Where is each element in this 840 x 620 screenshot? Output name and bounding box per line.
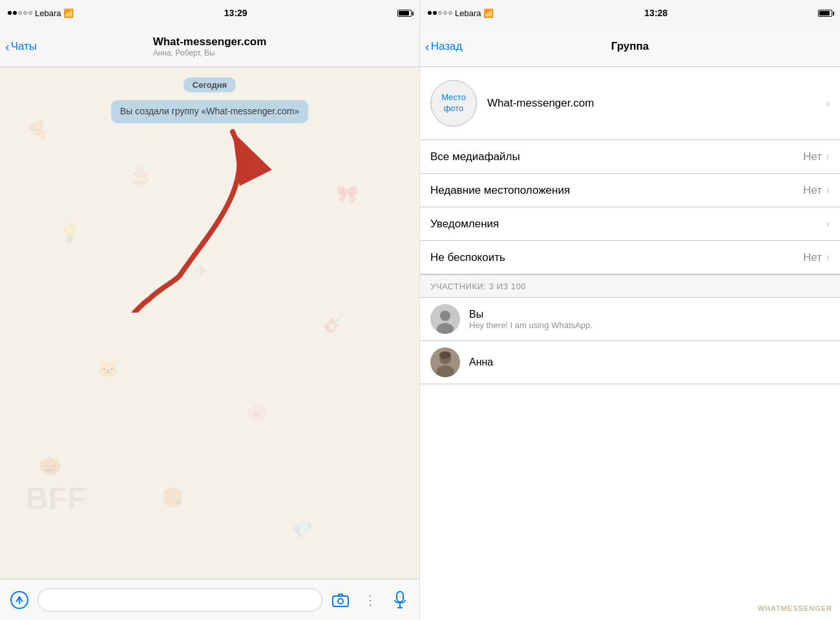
right-nav-title: Группа [611,40,649,53]
nav-title-left: What-messenger.com Анна, Роберт, Вы [153,36,267,57]
group-name: What-messenger.com [487,97,594,110]
deco6: 🎸 [323,313,346,334]
location-label: Недавние местоположения [430,184,570,197]
rdot5 [448,11,452,15]
group-name-row[interactable]: What-messenger.com › [487,97,830,110]
participant-you[interactable]: Вы Hey there! I am using WhatsApp. [420,298,840,341]
location-value-text: Нет [803,184,822,197]
user-avatar-icon [430,304,460,334]
deco7: 🐱 [97,358,120,379]
media-row[interactable]: Все медиафайлы Нет › [420,140,840,174]
chat-subtitle: Анна, Роберт, Вы [153,48,267,57]
left-nav-bar: ‹ Чаты What-messenger.com Анна, Роберт, … [0,26,419,67]
rdot4 [443,11,447,15]
dot5 [28,11,32,15]
signal-dots [8,11,32,15]
battery-left [397,10,412,17]
chevron-right-nav-icon: ‹ [425,40,430,53]
svg-rect-3 [333,596,348,606]
back-label-left[interactable]: Чаты [11,40,37,53]
deco8: 🌸 [246,403,268,424]
deco9: 🎃 [39,455,61,476]
right-nav-bar: ‹ Назад Группа [420,26,840,67]
svg-point-4 [338,599,343,604]
anna-avatar-icon [430,347,460,377]
participant-you-name: Вы [469,309,830,320]
dot4 [23,11,27,15]
settings-section: Все медиафайлы Нет › Недавние местополож… [420,140,840,274]
rdot2 [433,11,437,15]
right-signal-dots [428,11,452,15]
carrier-left: Lebara [35,8,61,18]
watermark-text: WHATMESSENGER [758,604,832,612]
camera-icon [332,593,349,607]
time-left: 13:29 [224,8,247,18]
chat-background: 🍕 🎂 🎵 💡 ✈ 🎸 🐱 🌸 🎃 🍔 💎 🎀 BFF [0,67,419,579]
location-value: Нет › [803,183,830,197]
dot1 [8,11,12,15]
back-label-right[interactable]: Назад [431,40,463,53]
send-icon [10,590,29,610]
rdot3 [438,11,442,15]
participant-you-status: Hey there! I am using WhatsApp. [469,320,830,330]
watermark: WHATMESSENGER [758,604,832,612]
deco2: 🎂 [129,164,152,185]
system-message: Вы создали группу «What-messenger.com» [111,100,309,123]
media-value: Нет › [803,150,830,163]
photo-placeholder-text: Местофото [441,92,466,114]
participant-you-info: Вы Hey there! I am using WhatsApp. [469,309,830,330]
bff-text: BFF [26,480,86,516]
deco12: 🎀 [336,183,359,205]
battery-fill-right [819,11,830,16]
deco4: 💡 [58,222,81,243]
back-button-right[interactable]: ‹ Назад [425,40,462,53]
time-right: 13:28 [644,8,667,18]
notifications-label: Уведомления [430,218,499,231]
notifications-row[interactable]: Уведомления › [420,207,840,241]
avatar-you [430,304,460,334]
media-chevron: › [826,150,830,163]
chat-content: Сегодня Вы создали группу «What-messenge… [0,67,419,134]
notifications-chevron: › [826,217,830,231]
left-panel: Lebara 📶 13:29 ‹ Чаты What-messenger.com… [0,0,420,620]
photo-placeholder[interactable]: Местофото [430,80,477,127]
battery-fill-left [399,11,409,16]
left-signal: Lebara 📶 [8,8,74,18]
more-button[interactable]: ⋮ [359,588,382,612]
notifications-value: › [826,217,830,231]
send-button[interactable] [8,588,31,612]
participant-anna[interactable]: Анна [420,341,840,384]
chevron-left-icon: ‹ [5,40,10,53]
deco5: ✈ [194,261,209,282]
participants-header: УЧАСТНИКИ: 3 ИЗ 100 [420,274,840,298]
dnd-value: Нет › [803,251,830,264]
message-input[interactable] [37,588,322,612]
participant-anna-name: Анна [469,356,830,368]
location-row[interactable]: Недавние местоположения Нет › [420,174,840,207]
participants-label: УЧАСТНИКИ: 3 ИЗ 100 [430,282,526,291]
location-chevron: › [826,183,830,197]
deco11: 💎 [291,519,313,541]
camera-button[interactable] [329,588,352,612]
back-button-left[interactable]: ‹ Чаты [5,40,37,53]
battery-icon-right [818,10,832,17]
date-badge: Сегодня [184,78,236,92]
mic-button[interactable] [388,588,412,612]
right-signal: Lebara 📶 [428,8,494,18]
dnd-row[interactable]: Не беспокоить Нет › [420,241,840,274]
svg-rect-5 [397,592,403,602]
wifi-icon-left: 📶 [63,8,74,18]
group-name-chevron: › [826,97,830,110]
dot3 [18,11,22,15]
svg-point-14 [439,351,451,359]
avatar-anna [430,347,460,377]
svg-point-9 [440,311,450,321]
dot2 [13,11,17,15]
chat-title: What-messenger.com [153,36,267,48]
participant-anna-info: Анна [469,356,830,368]
wifi-icon-right: 📶 [483,8,494,18]
rdot1 [428,11,432,15]
right-status-bar: Lebara 📶 13:28 [420,0,840,26]
media-value-text: Нет [803,150,822,163]
dnd-chevron: › [826,251,830,264]
